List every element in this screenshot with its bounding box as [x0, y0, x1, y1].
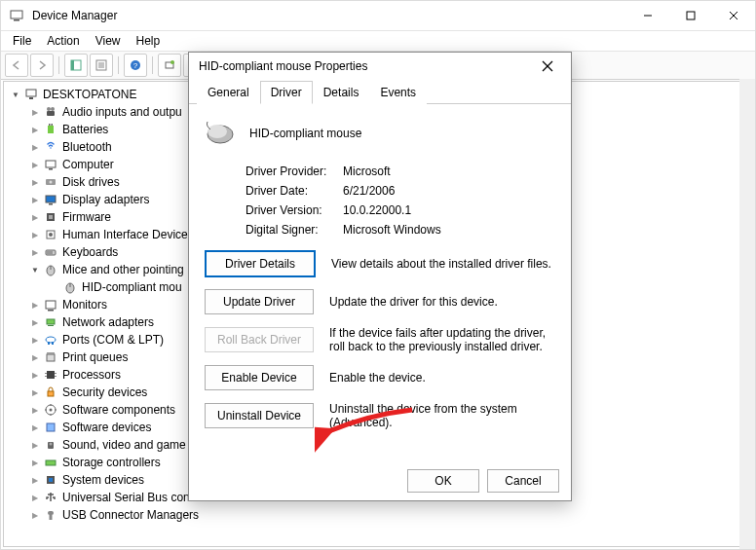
tree-item-label: Keyboards [62, 245, 118, 259]
help-toolbar-button[interactable]: ? [124, 54, 147, 77]
tree-item-label: Network adapters [62, 315, 154, 329]
expand-icon[interactable] [29, 509, 41, 521]
svg-rect-19 [29, 97, 33, 99]
back-button[interactable] [5, 54, 28, 77]
forward-button[interactable] [30, 54, 54, 77]
svg-rect-44 [46, 301, 56, 309]
expand-icon[interactable] [29, 404, 41, 416]
tree-item-label: Disk drives [62, 175, 120, 189]
close-button[interactable] [712, 1, 755, 30]
device-category-icon [43, 455, 58, 470]
enable-device-button[interactable]: Enable Device [205, 365, 314, 390]
svg-rect-68 [46, 460, 56, 465]
tree-item-label: System devices [62, 473, 144, 487]
expand-icon[interactable] [29, 386, 41, 398]
uninstall-device-button[interactable]: Uninstall Device [205, 403, 314, 428]
update-driver-button[interactable]: Update Driver [205, 289, 314, 314]
expand-icon[interactable] [29, 211, 41, 223]
tree-item[interactable]: USB Connector Managers [29, 506, 752, 524]
tree-item-label: Batteries [62, 123, 108, 136]
rollback-driver-desc: If the device fails after updating the d… [329, 326, 555, 353]
expand-icon[interactable] [29, 194, 41, 205]
version-label: Driver Version: [246, 203, 343, 217]
svg-rect-25 [52, 124, 54, 126]
svg-point-76 [208, 125, 227, 138]
expand-icon[interactable] [29, 439, 41, 451]
device-category-icon [43, 385, 58, 400]
driver-details-button[interactable]: Driver Details [205, 250, 316, 277]
svg-rect-1 [14, 19, 19, 21]
expand-icon[interactable] [29, 369, 41, 381]
scan-hardware-button[interactable] [158, 54, 181, 77]
expand-icon[interactable] [29, 106, 41, 118]
show-hide-button[interactable] [64, 54, 88, 77]
menubar: File Action View Help [1, 31, 755, 52]
menu-file[interactable]: File [5, 32, 39, 50]
maximize-button[interactable] [669, 1, 712, 30]
svg-rect-65 [47, 423, 55, 431]
expand-icon[interactable] [29, 229, 41, 240]
svg-point-15 [170, 60, 174, 64]
svg-rect-72 [50, 515, 53, 520]
date-value: 6/21/2006 [343, 184, 395, 198]
rollback-driver-button: Roll Back Driver [205, 327, 314, 352]
device-category-icon [43, 490, 58, 505]
tab-events[interactable]: Events [369, 81, 427, 104]
svg-rect-58 [48, 391, 54, 396]
menu-action[interactable]: Action [39, 32, 87, 50]
expand-icon[interactable] [29, 316, 41, 328]
mouse-device-icon [62, 279, 78, 295]
tree-item-label: Mice and other pointing [62, 263, 184, 276]
device-category-icon [43, 262, 58, 277]
expand-icon[interactable] [29, 159, 41, 170]
tab-details[interactable]: Details [313, 81, 370, 104]
tab-driver[interactable]: Driver [260, 81, 313, 104]
scrollbar[interactable] [739, 81, 753, 547]
expand-icon[interactable] [29, 474, 41, 486]
cancel-button[interactable]: Cancel [487, 469, 559, 493]
expand-icon[interactable] [29, 141, 41, 153]
ok-button[interactable]: OK [407, 469, 479, 493]
expand-icon[interactable] [29, 422, 41, 433]
expand-icon[interactable] [29, 264, 41, 275]
svg-rect-52 [47, 352, 55, 354]
driver-details-desc: View details about the installed driver … [331, 257, 555, 271]
svg-text:?: ? [133, 61, 138, 70]
collapse-icon[interactable] [10, 89, 21, 100]
tab-general[interactable]: General [197, 81, 260, 104]
minimize-button[interactable] [626, 1, 669, 30]
svg-rect-33 [49, 215, 53, 219]
expand-icon[interactable] [29, 334, 41, 346]
svg-rect-49 [48, 342, 50, 345]
svg-rect-45 [48, 310, 54, 312]
tree-item-label: Ports (COM & LPT) [62, 333, 164, 347]
computer-icon [23, 87, 39, 102]
menu-help[interactable]: Help [129, 32, 169, 50]
svg-rect-7 [71, 60, 74, 70]
device-name: HID-compliant mouse [249, 127, 361, 140]
properties-button[interactable] [90, 54, 113, 77]
svg-point-29 [50, 181, 53, 184]
menu-view[interactable]: View [88, 32, 129, 50]
expand-icon[interactable] [29, 124, 41, 135]
svg-rect-46 [47, 319, 55, 324]
svg-rect-51 [47, 354, 55, 361]
mouse-icon [205, 120, 238, 147]
expand-icon[interactable] [29, 457, 41, 468]
device-category-icon [43, 157, 58, 172]
svg-point-48 [46, 337, 56, 343]
svg-rect-26 [46, 161, 56, 167]
tree-item-label: Human Interface Device [62, 228, 188, 241]
tree-item-label: Security devices [62, 385, 147, 399]
dialog-close-button[interactable] [534, 53, 561, 80]
svg-point-21 [47, 107, 51, 111]
tree-child-label: HID-compliant mou [82, 280, 182, 294]
expand-icon[interactable] [29, 351, 41, 363]
svg-point-67 [50, 443, 53, 446]
expand-icon[interactable] [29, 176, 41, 188]
device-category-icon [43, 349, 58, 365]
expand-icon[interactable] [29, 246, 41, 258]
device-manager-icon [9, 8, 24, 23]
expand-icon[interactable] [29, 299, 41, 311]
expand-icon[interactable] [29, 492, 41, 503]
